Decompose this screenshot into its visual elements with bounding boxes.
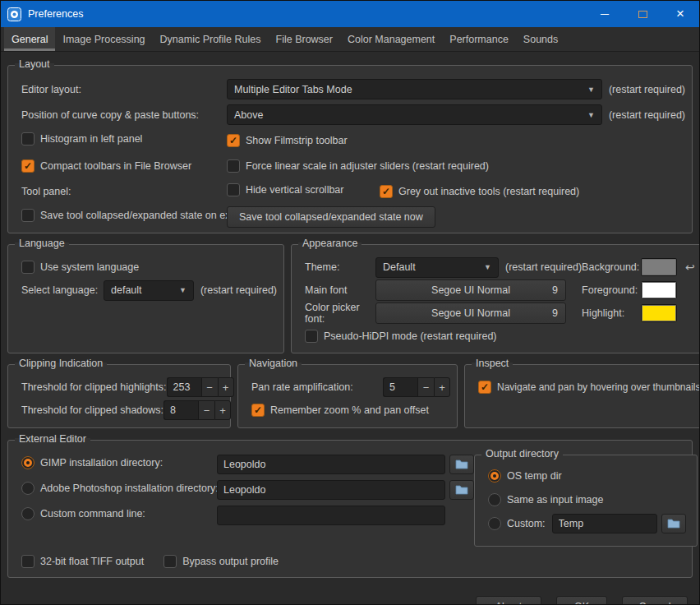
save-state-exit-checkbox[interactable]: Save tool collapsed/expanded state on ex… <box>21 209 236 222</box>
curve-buttons-label: Position of curve copy & paste buttons: <box>21 109 227 121</box>
tab-dynamic-profile-rules[interactable]: Dynamic Profile Rules <box>153 27 269 51</box>
restart-required-note: (restart required) <box>505 261 582 273</box>
custom-output-radio[interactable]: Custom: <box>488 517 546 530</box>
photoshop-directory-input[interactable] <box>217 480 445 500</box>
editor-layout-dropdown[interactable]: Multiple Editor Tabs Mode ▼ <box>227 79 602 99</box>
cancel-button[interactable]: Cancel <box>622 596 688 605</box>
ok-button[interactable]: OK <box>556 596 607 605</box>
layout-group: Layout Editor layout: Multiple Editor Ta… <box>7 65 693 233</box>
checkbox-box[interactable] <box>21 209 35 222</box>
plus-icon[interactable]: + <box>214 400 231 420</box>
app-icon <box>7 7 21 21</box>
appearance-group: Appearance Theme: Default ▼ (restart req… <box>291 244 700 353</box>
minus-icon[interactable]: − <box>201 377 218 397</box>
plus-icon[interactable]: + <box>218 377 234 397</box>
photoshop-browse-button[interactable] <box>449 480 474 500</box>
show-filmstrip-checkbox[interactable]: ✓ Show Filmstrip toolbar <box>227 134 348 147</box>
minus-icon[interactable]: − <box>198 400 214 420</box>
clipped-shadows-value[interactable]: 8 <box>163 400 198 420</box>
grey-out-inactive-checkbox[interactable]: ✓ Grey out inactive tools (restart requi… <box>380 185 579 198</box>
radio-button[interactable] <box>21 482 35 495</box>
chevron-down-icon: ▼ <box>578 85 595 94</box>
checkbox-box[interactable] <box>163 555 177 568</box>
custom-output-input[interactable] <box>552 514 657 533</box>
hover-navigate-checkbox[interactable]: ✓ Navigate and pan by hovering over thum… <box>478 381 700 394</box>
clipping-indication-group: Clipping Indication Threshold for clippe… <box>7 364 231 428</box>
pseudo-hidpi-checkbox[interactable]: Pseudo-HiDPI mode (restart required) <box>305 330 497 343</box>
window-title: Preferences <box>28 8 83 20</box>
tiff-output-checkbox[interactable]: 32-bit float TIFF output <box>21 555 144 568</box>
checkbox-box[interactable] <box>21 555 35 568</box>
background-color-swatch[interactable] <box>641 258 677 276</box>
plus-icon[interactable]: + <box>434 377 450 397</box>
dialog-footer: About OK Cancel <box>7 596 693 605</box>
custom-command-radio[interactable]: Custom command line: <box>21 507 145 520</box>
histogram-left-checkbox[interactable]: Histogram in left panel <box>21 132 142 145</box>
checkmark-icon[interactable]: ✓ <box>251 404 265 417</box>
gimp-directory-radio[interactable]: GIMP installation directory: <box>21 456 163 469</box>
same-as-input-radio[interactable]: Same as input image <box>488 493 603 506</box>
radio-button[interactable] <box>21 507 35 520</box>
radio-button[interactable] <box>488 469 501 483</box>
chevron-down-icon: ▼ <box>169 286 187 294</box>
radio-button[interactable] <box>21 456 35 469</box>
hide-scrollbar-checkbox[interactable]: Hide vertical scrollbar <box>227 183 343 196</box>
clipped-highlights-value[interactable]: 253 <box>167 377 201 397</box>
foreground-color-swatch[interactable] <box>641 281 677 299</box>
checkbox-box[interactable] <box>227 183 240 196</box>
output-directory-title: Output directory <box>481 448 563 460</box>
highlight-color-swatch[interactable] <box>641 304 677 322</box>
checkbox-box[interactable] <box>227 159 240 173</box>
force-linear-checkbox[interactable]: Force linear scale in adjuster sliders (… <box>227 159 489 173</box>
close-icon: × <box>676 6 684 22</box>
theme-dropdown[interactable]: Default ▼ <box>375 257 499 278</box>
checkbox-box[interactable] <box>21 132 35 145</box>
minimize-button[interactable]: ─ <box>586 1 624 27</box>
tab-image-processing[interactable]: Image Processing <box>55 27 152 51</box>
restart-required-note: (restart required) <box>609 109 685 121</box>
tab-file-browser[interactable]: File Browser <box>269 27 340 51</box>
tab-sounds[interactable]: Sounds <box>516 27 565 51</box>
tab-performance[interactable]: Performance <box>442 27 516 51</box>
color-picker-font-button[interactable]: Segoe UI Normal 9 <box>375 302 566 324</box>
checkmark-icon[interactable]: ✓ <box>478 381 491 394</box>
main-font-button[interactable]: Segoe UI Normal 9 <box>375 279 566 301</box>
tab-color-management[interactable]: Color Management <box>340 27 442 51</box>
use-system-language-checkbox[interactable]: Use system language <box>21 261 139 274</box>
maximize-icon <box>638 11 647 18</box>
about-button[interactable]: About <box>476 596 541 605</box>
maximize-button[interactable] <box>624 1 661 27</box>
language-dropdown[interactable]: default ▼ <box>104 280 194 301</box>
inspect-group-title: Inspect <box>472 358 513 369</box>
remember-zoom-checkbox[interactable]: ✓ Remember zoom % and pan offset <box>251 404 429 417</box>
gimp-directory-input[interactable] <box>217 455 445 474</box>
checkmark-icon[interactable]: ✓ <box>380 185 393 198</box>
highlight-color-label: Highlight: <box>582 307 641 319</box>
reset-arrow-icon[interactable]: ↩ <box>685 261 695 274</box>
custom-output-browse-button[interactable] <box>661 514 686 533</box>
radio-button[interactable] <box>488 517 501 530</box>
curve-buttons-dropdown[interactable]: Above ▼ <box>227 104 602 125</box>
radio-button[interactable] <box>488 493 501 506</box>
close-button[interactable]: × <box>661 1 699 27</box>
theme-label: Theme: <box>305 261 375 273</box>
save-state-now-button[interactable]: Save tool collapsed/expanded state now <box>227 206 435 228</box>
checkbox-box[interactable] <box>305 330 318 343</box>
bypass-profile-checkbox[interactable]: Bypass output profile <box>163 555 279 568</box>
external-editor-group: External Editor GIMP installation direct… <box>7 440 693 578</box>
tab-general[interactable]: General <box>4 27 55 51</box>
os-temp-dir-radio[interactable]: OS temp dir <box>488 469 562 483</box>
photoshop-directory-radio[interactable]: Adobe Photoshop installation directory: <box>21 482 219 495</box>
custom-command-input[interactable] <box>217 506 445 525</box>
tool-panel-label: Tool panel: <box>21 186 227 197</box>
picker-font-label: Color picker font: <box>305 302 375 325</box>
checkmark-icon[interactable]: ✓ <box>227 134 240 147</box>
checkmark-icon[interactable]: ✓ <box>21 159 35 173</box>
curve-buttons-row: Position of curve copy & paste buttons: … <box>15 102 685 127</box>
checkbox-box[interactable] <box>21 261 35 274</box>
pan-rate-value[interactable]: 5 <box>383 377 417 397</box>
gimp-browse-button[interactable] <box>449 455 474 474</box>
folder-icon <box>455 484 468 495</box>
compact-toolbars-checkbox[interactable]: ✓ Compact toolbars in File Browser <box>21 159 191 173</box>
minus-icon[interactable]: − <box>417 377 434 397</box>
